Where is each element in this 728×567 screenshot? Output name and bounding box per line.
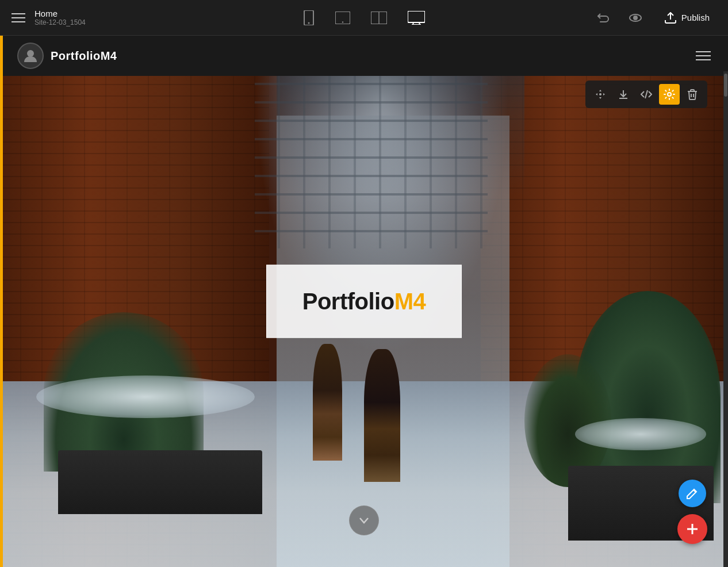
svg-point-3 (342, 21, 343, 22)
block-toolbar (585, 81, 707, 108)
move-block-button[interactable] (590, 84, 611, 105)
left-edge-accent (0, 36, 3, 567)
top-bar-right: Publish (593, 7, 716, 28)
logo-m4-text: M4 (394, 289, 426, 315)
planter-left (58, 450, 262, 514)
person-right-silhouette (364, 349, 400, 482)
snow-overlay-left (36, 376, 255, 418)
page-subtitle: Site-12-03_1504 (35, 18, 86, 26)
site-logo-text: PortfolioM4 (51, 49, 117, 63)
svg-point-12 (27, 50, 34, 57)
avatar (17, 43, 44, 69)
device-switcher (300, 7, 428, 29)
undo-button[interactable] (593, 7, 614, 28)
site-logo: PortfolioM4 (17, 43, 117, 69)
hero-logo-box: Portfolio M4 (266, 265, 462, 338)
publish-button[interactable]: Publish (657, 7, 716, 28)
hero-logo-text: Portfolio M4 (296, 289, 432, 315)
page-title: Home (35, 9, 86, 18)
svg-point-15 (668, 93, 671, 96)
hamburger-menu[interactable] (12, 13, 25, 22)
snow-overlay-right (575, 418, 706, 450)
svg-line-14 (645, 90, 647, 98)
download-block-button[interactable] (613, 84, 634, 105)
code-block-button[interactable] (636, 84, 657, 105)
page-info: Home Site-12-03_1504 (35, 9, 86, 26)
top-bar: Home Site-12-03_1504 (0, 0, 728, 36)
site-nav: PortfolioM4 (0, 36, 728, 76)
person-left-silhouette (313, 344, 342, 461)
logo-portfolio-text: Portfolio (302, 289, 394, 315)
site-preview: PortfolioM4 Portfolio M4 (0, 36, 728, 567)
svg-rect-6 (408, 11, 425, 22)
main-content: PortfolioM4 Portfolio M4 (0, 36, 728, 567)
desktop-device-button[interactable] (404, 7, 428, 28)
preview-button[interactable] (625, 9, 646, 27)
add-block-fab-button[interactable] (677, 514, 707, 544)
mobile-device-button[interactable] (300, 7, 318, 29)
svg-point-1 (308, 22, 310, 24)
svg-point-11 (634, 16, 637, 20)
fab-container (677, 480, 707, 544)
delete-block-button[interactable] (682, 84, 703, 105)
tablet-device-button[interactable] (332, 8, 354, 28)
top-bar-left: Home Site-12-03_1504 (12, 9, 86, 26)
publish-label: Publish (681, 13, 710, 22)
scrollbar[interactable] (723, 71, 728, 567)
site-nav-hamburger[interactable] (696, 51, 711, 60)
scrollbar-thumb[interactable] (724, 74, 727, 97)
settings-block-button[interactable] (659, 84, 680, 105)
edit-fab-button[interactable] (679, 480, 706, 507)
scroll-down-button[interactable] (349, 505, 379, 535)
split-view-button[interactable] (367, 8, 390, 28)
